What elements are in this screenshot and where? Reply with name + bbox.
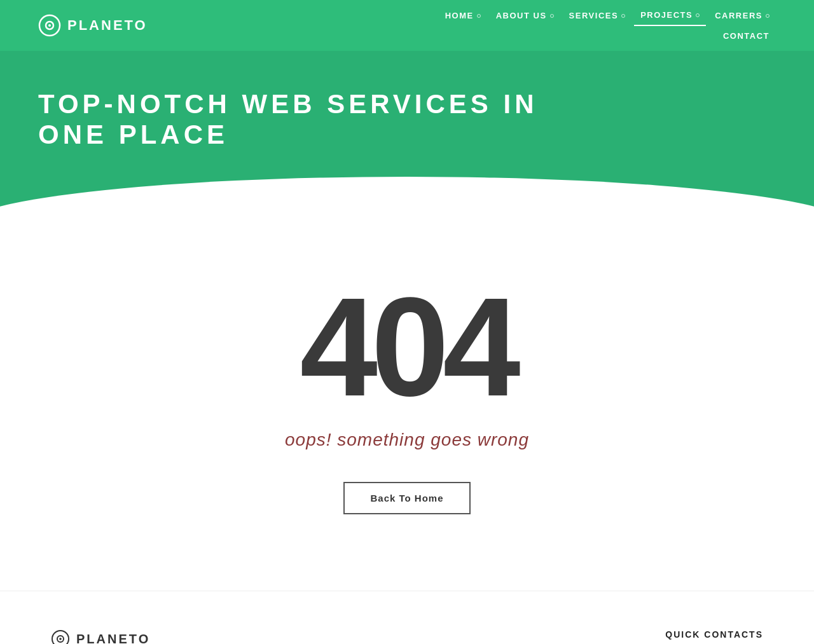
nav-dot-about bbox=[550, 14, 554, 18]
nav-carrers[interactable]: CARRERS bbox=[708, 6, 776, 25]
logo-icon bbox=[38, 14, 61, 37]
nav-home[interactable]: HOME bbox=[439, 6, 487, 25]
nav-dot-carrers bbox=[766, 14, 769, 18]
footer-left: PLANETO Lorem ipsum dolor sit amet, cons… bbox=[51, 629, 356, 644]
svg-point-2 bbox=[48, 24, 51, 27]
nav-dot-projects bbox=[696, 13, 700, 17]
hero-title: TOP-NOTCH WEB SERVICES IN ONE PLACE bbox=[38, 89, 610, 150]
main-content: 404 oops! something goes wrong Back To H… bbox=[0, 226, 814, 565]
footer-logo-text: PLANETO bbox=[76, 632, 150, 645]
error-message: oops! something goes wrong bbox=[285, 430, 529, 450]
logo[interactable]: PLANETO bbox=[38, 14, 148, 37]
hero-section: TOP-NOTCH WEB SERVICES IN ONE PLACE bbox=[0, 51, 814, 226]
nav-contact[interactable]: CONTACT bbox=[717, 26, 776, 46]
nav-dot-services bbox=[621, 14, 625, 18]
footer-right: QUICK CONTACTS 421.909.123.456 hello@pla… bbox=[654, 629, 763, 644]
footer: PLANETO Lorem ipsum dolor sit amet, cons… bbox=[0, 591, 814, 644]
quick-contacts-title: QUICK CONTACTS bbox=[654, 629, 763, 640]
nav-about-us[interactable]: ABOUT US bbox=[490, 6, 560, 25]
header: PLANETO HOME ABOUT US SERVICES PROJECTS … bbox=[0, 0, 814, 51]
nav-projects[interactable]: PROJECTS bbox=[634, 5, 706, 26]
footer-logo-icon bbox=[51, 629, 70, 644]
nav-dot-home bbox=[477, 14, 481, 18]
nav-services[interactable]: SERVICES bbox=[563, 6, 632, 25]
hero-content: TOP-NOTCH WEB SERVICES IN ONE PLACE bbox=[38, 89, 776, 150]
nav-row-2: CONTACT bbox=[717, 26, 776, 46]
navigation: HOME ABOUT US SERVICES PROJECTS CARRERS bbox=[439, 5, 776, 46]
error-code: 404 bbox=[300, 277, 514, 417]
footer-logo[interactable]: PLANETO bbox=[51, 629, 356, 644]
logo-text: PLANETO bbox=[67, 17, 148, 34]
back-to-home-button[interactable]: Back To Home bbox=[343, 482, 470, 514]
svg-point-5 bbox=[59, 638, 62, 640]
nav-row-1: HOME ABOUT US SERVICES PROJECTS CARRERS bbox=[439, 5, 776, 26]
